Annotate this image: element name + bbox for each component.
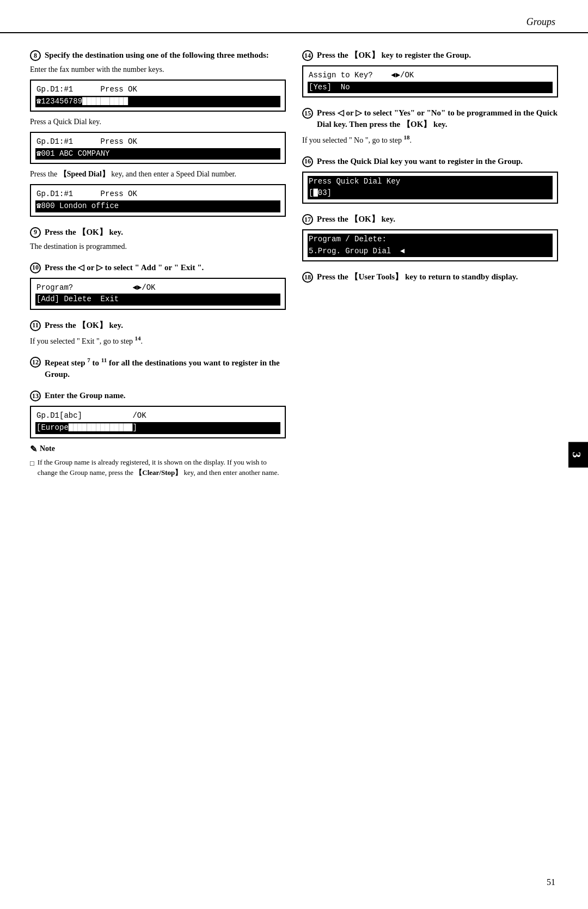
step-10: 10 Press the ◁ or ▷ to select " Add " or… <box>30 262 286 310</box>
step-9-title: Press the 【OK】 key. <box>45 227 123 238</box>
step-18-header: 18 Press the 【User Tools】 key to return … <box>302 271 558 283</box>
step-16-header: 16 Press the Quick Dial key you want to … <box>302 156 558 167</box>
screen-16: Press Quick Dial Key [█03] <box>302 172 558 204</box>
step-10-title: Press the ◁ or ▷ to select " Add " or " … <box>45 262 204 273</box>
header-title: Groups <box>526 16 555 28</box>
step-8-num: 8 <box>30 50 41 61</box>
screen-8-2: Gp.D1:#1 Press OK ☎001 ABC COMPANY <box>30 132 286 164</box>
step-8-intertext2: Press the 【Speed Dial】 key, and then ent… <box>30 168 286 180</box>
page-container: Groups 8 Specify the destination using o… <box>0 0 588 909</box>
step-18-title: Press the 【User Tools】 key to return to … <box>317 271 518 283</box>
screen-13: Gp.D1[abc] /OK [Europe██████████████] <box>30 406 286 438</box>
note-bullet: □ <box>30 458 34 478</box>
page-number: 51 <box>547 877 555 887</box>
screen-10: Program? ◄►/OK [Add] Delete Exit <box>30 278 286 310</box>
screen-16-row1: Press Quick Dial Key <box>308 176 553 188</box>
step-8-header: 8 Specify the destination using one of t… <box>30 50 286 61</box>
step-9: 9 Press the 【OK】 key. The destination is… <box>30 227 286 252</box>
step-14-header: 14 Press the 【OK】 key to register the Gr… <box>302 50 558 61</box>
screen-8-2-row2: ☎001 ABC COMPANY <box>35 148 280 160</box>
step-10-num: 10 <box>30 263 41 273</box>
step-11-title: Press the 【OK】 key. <box>45 320 123 331</box>
step-13-num: 13 <box>30 391 41 401</box>
screen-17: Program / Delete: 5.Prog. Group Dial ◄ <box>302 229 558 261</box>
step-12: 12 Repeat step 7 to 11 for all the desti… <box>30 356 286 380</box>
step-14-title: Press the 【OK】 key to register the Group… <box>317 50 471 61</box>
step-16-num: 16 <box>302 156 313 167</box>
step-12-num: 12 <box>30 357 41 368</box>
note-header: ✎ Note <box>30 444 286 454</box>
step-8-title: Specify the destination using one of the… <box>45 50 269 61</box>
step-16: 16 Press the Quick Dial key you want to … <box>302 156 558 204</box>
step-15-header: 15 Press ◁ or ▷ to select "Yes" or "No" … <box>302 107 558 130</box>
screen-14: Assign to Key? ◄►/OK [Yes] No <box>302 65 558 97</box>
step-15: 15 Press ◁ or ▷ to select "Yes" or "No" … <box>302 107 558 146</box>
step-17-title: Press the 【OK】 key. <box>317 213 395 225</box>
step-10-header: 10 Press the ◁ or ▷ to select " Add " or… <box>30 262 286 273</box>
step-13: 13 Enter the Group name. Gp.D1[abc] /OK … <box>30 390 286 478</box>
side-tab: 3 <box>568 442 588 467</box>
step-9-body: The destination is programmed. <box>30 241 286 252</box>
screen-8-1-row2: ☎123456789██████████ <box>35 96 280 108</box>
screen-16-row2: [█03] <box>308 187 553 199</box>
step-18-num: 18 <box>302 272 313 283</box>
screen-10-row2: [Add] Delete Exit <box>35 294 280 306</box>
screen-8-3-row1: Gp.D1:#1 Press OK <box>35 188 280 200</box>
step-8-intertext1: Press a Quick Dial key. <box>30 116 286 127</box>
step-11-num: 11 <box>30 320 41 331</box>
step-16-title: Press the Quick Dial key you want to reg… <box>317 156 523 167</box>
screen-8-1-row1: Gp.D1:#1 Press OK <box>35 84 280 96</box>
note-section: ✎ Note □ If the Group name is already re… <box>30 444 286 478</box>
step-17-header: 17 Press the 【OK】 key. <box>302 213 558 225</box>
step-14-num: 14 <box>302 50 313 61</box>
step-11: 11 Press the 【OK】 key. If you selected "… <box>30 320 286 347</box>
step-12-title: Repeat step 7 to 11 for all the destinat… <box>45 356 286 380</box>
step-11-body: If you selected " Exit ", go to step 14. <box>30 334 286 347</box>
note-label: Note <box>40 444 55 453</box>
screen-8-3-row2: ☎800 London office <box>35 200 280 212</box>
left-column: 8 Specify the destination using one of t… <box>30 50 286 488</box>
step-13-header: 13 Enter the Group name. <box>30 390 286 401</box>
screen-8-3: Gp.D1:#1 Press OK ☎800 London office <box>30 184 286 216</box>
screen-14-row2: [Yes] No <box>308 82 553 94</box>
note-text-1: If the Group name is already registered,… <box>38 457 286 478</box>
step-17-num: 17 <box>302 214 313 225</box>
step-15-num: 15 <box>302 108 313 119</box>
step-17: 17 Press the 【OK】 key. Program / Delete:… <box>302 213 558 261</box>
step-12-header: 12 Repeat step 7 to 11 for all the desti… <box>30 356 286 380</box>
step-9-num: 9 <box>30 227 41 238</box>
screen-17-row1: Program / Delete: <box>308 234 553 246</box>
step-15-body: If you selected " No ", go to step 18. <box>302 133 558 146</box>
screen-10-row1: Program? ◄►/OK <box>35 282 280 294</box>
step-14: 14 Press the 【OK】 key to register the Gr… <box>302 50 558 97</box>
screen-14-row1: Assign to Key? ◄►/OK <box>308 70 553 82</box>
step-15-title: Press ◁ or ▷ to select "Yes" or "No" to … <box>317 107 558 130</box>
step-13-title: Enter the Group name. <box>45 390 126 401</box>
screen-17-row2: 5.Prog. Group Dial ◄ <box>308 246 553 258</box>
screen-13-row2: [Europe██████████████] <box>35 422 280 434</box>
screen-8-2-row1: Gp.D1:#1 Press OK <box>35 136 280 148</box>
right-column: 14 Press the 【OK】 key to register the Gr… <box>302 50 558 488</box>
note-item-1: □ If the Group name is already registere… <box>30 457 286 478</box>
note-icon: ✎ <box>30 444 37 454</box>
page-header: Groups <box>0 0 588 33</box>
screen-8-1: Gp.D1:#1 Press OK ☎123456789██████████ <box>30 80 286 112</box>
screen-13-row1: Gp.D1[abc] /OK <box>35 410 280 422</box>
step-8-body: Enter the fax number with the number key… <box>30 64 286 75</box>
step-8: 8 Specify the destination using one of t… <box>30 50 286 217</box>
step-9-header: 9 Press the 【OK】 key. <box>30 227 286 238</box>
main-content: 8 Specify the destination using one of t… <box>0 50 588 488</box>
step-11-header: 11 Press the 【OK】 key. <box>30 320 286 331</box>
step-18: 18 Press the 【User Tools】 key to return … <box>302 271 558 283</box>
